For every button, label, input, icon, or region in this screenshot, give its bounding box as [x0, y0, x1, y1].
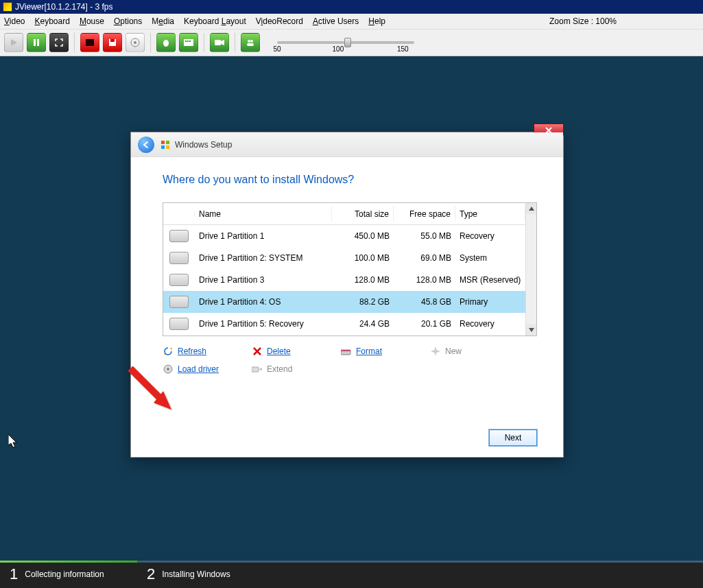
- partition-row[interactable]: Drive 1 Partition 5: Recovery24.4 GB20.1…: [163, 313, 525, 335]
- svg-rect-11: [187, 40, 189, 42]
- toolbar-mouse-button[interactable]: [156, 33, 176, 52]
- format-icon: [341, 346, 352, 357]
- toolbar-pause-button[interactable]: [27, 33, 46, 52]
- menu-videorecord[interactable]: VideoRecord: [256, 16, 303, 26]
- svg-marker-25: [529, 328, 534, 332]
- menu-mouse[interactable]: Mouse: [80, 16, 104, 26]
- menu-active-users[interactable]: Active Users: [313, 16, 359, 26]
- menu-keyboard[interactable]: Keyboard: [34, 16, 69, 26]
- partition-free: 55.0 MB: [394, 228, 455, 244]
- zoom-label: Zoom Size : 100%: [549, 16, 699, 26]
- toolbar-save-button[interactable]: [103, 33, 122, 52]
- setup-icon: [160, 139, 171, 150]
- partition-type: Primary: [455, 294, 525, 309]
- svg-rect-9: [184, 39, 193, 46]
- svg-point-7: [134, 41, 136, 44]
- partition-scrollbar[interactable]: [525, 203, 536, 336]
- svg-rect-12: [189, 40, 191, 42]
- toolbar-video-button[interactable]: [210, 33, 229, 52]
- back-button[interactable]: [138, 137, 154, 153]
- next-button[interactable]: Next: [489, 430, 537, 446]
- refresh-icon: [163, 346, 174, 357]
- partition-free: 20.1 GB: [394, 316, 455, 331]
- partition-list: Name Total size Free space Type Drive 1 …: [163, 202, 537, 336]
- svg-point-8: [163, 40, 169, 47]
- progress-step-1: 1 Collecting information: [0, 561, 137, 588]
- partition-name: Drive 1 Partition 3: [195, 272, 332, 287]
- drive-icon: [169, 274, 189, 286]
- drive-icon: [169, 318, 189, 330]
- delete-link[interactable]: Delete: [252, 346, 341, 357]
- col-name[interactable]: Name: [195, 207, 332, 222]
- svg-rect-29: [341, 350, 350, 351]
- svg-rect-2: [37, 39, 39, 46]
- menu-options[interactable]: Options: [114, 16, 142, 26]
- svg-rect-21: [166, 141, 169, 144]
- partition-row[interactable]: Drive 1 Partition 2: SYSTEM100.0 MB69.0 …: [163, 247, 525, 269]
- menu-video[interactable]: Video: [4, 16, 25, 26]
- drive-icon: [169, 252, 189, 264]
- partition-name: Drive 1 Partition 4: OS: [195, 294, 332, 309]
- svg-rect-22: [161, 145, 165, 149]
- col-type[interactable]: Type: [455, 207, 525, 222]
- toolbar-fullscreen-button[interactable]: [49, 33, 69, 52]
- toolbar-disc-button[interactable]: [126, 33, 145, 52]
- remote-screen: Windows Setup Where do you want to insta…: [0, 56, 703, 588]
- drive-icon: [169, 296, 189, 308]
- zoom-tick-min: 50: [273, 45, 281, 53]
- menu-keyboard-layout[interactable]: Keyboard Layout: [184, 16, 246, 26]
- partition-free: 69.0 MB: [394, 250, 455, 266]
- scroll-up-icon[interactable]: [526, 203, 536, 214]
- svg-rect-23: [166, 145, 169, 149]
- svg-rect-1: [34, 39, 36, 46]
- annotation-arrow: [123, 365, 178, 420]
- jviewer-menubar: Video Keyboard Mouse Options Media Keybo…: [0, 14, 703, 29]
- svg-rect-10: [185, 40, 187, 42]
- partition-row[interactable]: Drive 1 Partition 1450.0 MB55.0 MBRecove…: [163, 225, 525, 247]
- scroll-down-icon[interactable]: [526, 325, 536, 336]
- partition-name: Drive 1 Partition 2: SYSTEM: [195, 250, 332, 266]
- zoom-tick-mid: 100: [333, 45, 344, 53]
- toolbar-users-button[interactable]: [241, 33, 260, 52]
- progress-step-2: 2 Installing Windows: [137, 561, 703, 588]
- menu-media[interactable]: Media: [152, 16, 174, 26]
- cursor-icon: [8, 434, 19, 448]
- col-total[interactable]: Total size: [332, 207, 394, 222]
- partition-name: Drive 1 Partition 5: Recovery: [195, 316, 332, 331]
- svg-rect-17: [247, 43, 254, 46]
- refresh-link[interactable]: Refresh: [163, 346, 252, 357]
- delete-icon: [252, 346, 263, 357]
- toolbar-record-button[interactable]: [80, 33, 99, 52]
- dialog-header: Windows Setup: [131, 132, 563, 157]
- partition-row[interactable]: Drive 1 Partition 4: OS88.2 GB45.8 GBPri…: [163, 291, 525, 313]
- menu-help[interactable]: Help: [368, 16, 385, 26]
- toolbar-play-button[interactable]: [4, 33, 23, 52]
- extend-link: Extend: [252, 364, 341, 375]
- partition-type: System: [455, 250, 525, 266]
- partition-type: Recovery: [455, 316, 525, 331]
- partition-row[interactable]: Drive 1 Partition 3128.0 MB128.0 MBMSR (…: [163, 269, 525, 291]
- svg-rect-33: [252, 367, 259, 372]
- svg-marker-19: [8, 434, 16, 447]
- install-progress: 1 Collecting information 2 Installing Wi…: [0, 561, 703, 588]
- windows-setup-dialog: Windows Setup Where do you want to insta…: [130, 132, 564, 458]
- partition-type: MSR (Reserved): [455, 272, 525, 287]
- partition-total: 88.2 GB: [332, 294, 394, 309]
- partition-total: 100.0 MB: [332, 250, 394, 266]
- zoom-tick-max: 150: [397, 45, 409, 53]
- new-link: New: [430, 346, 519, 357]
- toolbar-keyboard-button[interactable]: [179, 33, 198, 52]
- partition-total: 24.4 GB: [332, 316, 394, 331]
- zoom-slider[interactable]: 50 100 150: [277, 41, 414, 44]
- partition-name: Drive 1 Partition 1: [195, 228, 332, 244]
- drive-icon: [169, 230, 189, 242]
- col-free[interactable]: Free space: [394, 207, 455, 222]
- svg-marker-24: [529, 207, 534, 211]
- format-link[interactable]: Format: [341, 346, 430, 357]
- partition-total: 450.0 MB: [332, 228, 394, 244]
- partition-free: 45.8 GB: [394, 294, 455, 309]
- svg-rect-13: [215, 40, 221, 45]
- partition-list-header: Name Total size Free space Type: [163, 203, 525, 225]
- svg-marker-14: [221, 40, 224, 45]
- svg-rect-20: [161, 141, 165, 144]
